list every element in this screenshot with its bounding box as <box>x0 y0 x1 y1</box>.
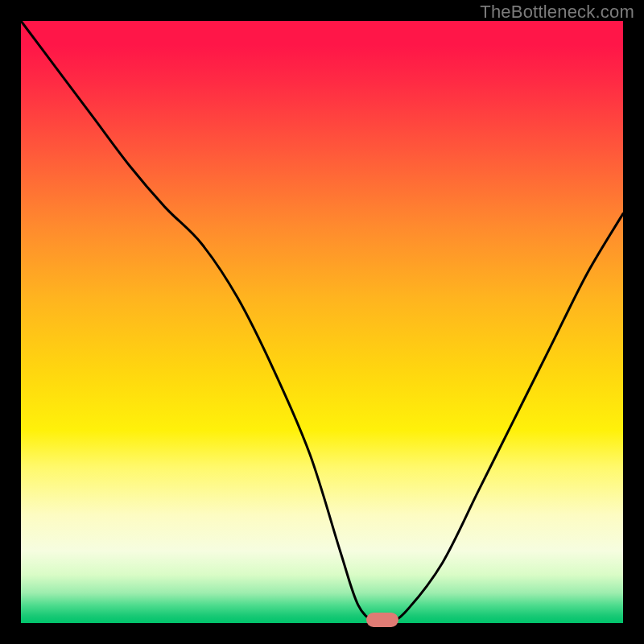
watermark-text: TheBottleneck.com <box>480 2 634 23</box>
chart-frame: TheBottleneck.com <box>0 0 644 644</box>
plot-area <box>21 21 623 623</box>
curve-path <box>21 21 623 625</box>
bottleneck-curve <box>21 21 623 623</box>
optimal-point-indicator <box>366 613 398 627</box>
